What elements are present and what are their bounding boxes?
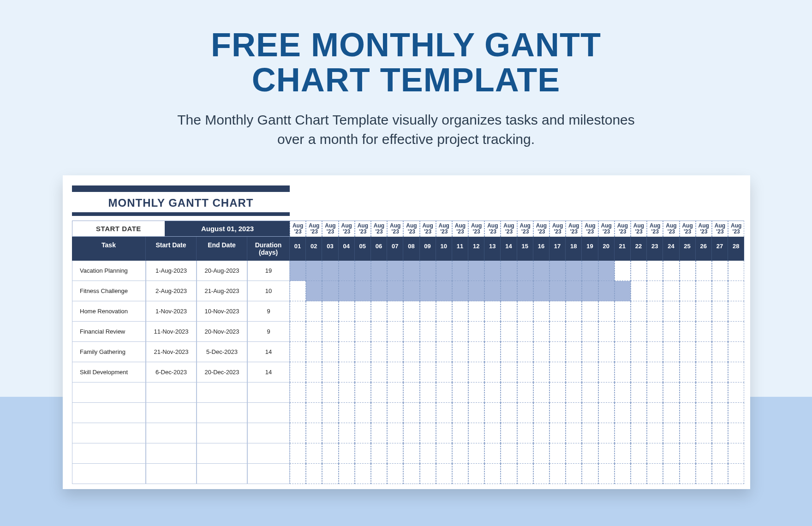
gantt-cell <box>452 403 468 423</box>
gantt-cell <box>631 423 647 443</box>
gantt-cell <box>696 423 712 443</box>
gantt-cell <box>696 261 712 281</box>
gantt-cell <box>517 322 533 342</box>
gantt-cell <box>598 383 615 403</box>
gantt-cell <box>371 464 387 484</box>
gantt-cell <box>566 464 582 484</box>
cell-duration <box>247 464 290 484</box>
gantt-bar-cell <box>501 281 517 301</box>
cell-start <box>146 403 197 423</box>
month-cell: Aug'23 <box>647 221 663 237</box>
gantt-cell <box>339 423 355 443</box>
gantt-cell <box>631 342 647 362</box>
gantt-cell <box>306 443 322 464</box>
title-line-1: FREE MONTHLY GANTT <box>211 26 601 63</box>
gantt-cell <box>387 301 403 322</box>
left-cells: Vacation Planning1-Aug-202320-Aug-202319 <box>72 261 290 281</box>
gantt-cell <box>712 342 728 362</box>
gantt-cell <box>387 342 403 362</box>
cell-end <box>197 423 247 443</box>
gantt-cell <box>501 383 517 403</box>
gantt-cell <box>436 403 452 423</box>
gantt-cell <box>728 403 744 423</box>
gantt-cell <box>436 443 452 464</box>
cell-duration <box>247 383 290 403</box>
gantt-cell <box>598 342 615 362</box>
month-cell: Aug'23 <box>306 221 322 237</box>
cell-start: 6-Dec-2023 <box>146 362 197 383</box>
gantt-bar-cell <box>582 261 598 281</box>
gantt-cell <box>306 383 322 403</box>
stripe-bottom <box>72 212 290 216</box>
gantt-cell <box>290 464 306 484</box>
gantt-bar-cell <box>533 261 549 281</box>
cell-end: 20-Dec-2023 <box>197 362 247 383</box>
gantt-cell <box>452 443 468 464</box>
day-header: 01 <box>290 237 306 261</box>
gantt-cell <box>728 301 744 322</box>
month-cell: Aug'23 <box>420 221 436 237</box>
day-header: 26 <box>696 237 712 261</box>
gantt-cell <box>712 464 728 484</box>
gantt-cell <box>403 322 419 342</box>
cell-task <box>72 443 146 464</box>
gantt-cell <box>680 423 696 443</box>
month-cell: Aug'23 <box>696 221 712 237</box>
gantt-month-row: START DATE August 01, 2023 Aug'23Aug'23A… <box>72 221 745 237</box>
gantt-cell <box>517 383 533 403</box>
gantt-cell <box>566 322 582 342</box>
gantt-cell <box>339 403 355 423</box>
left-cells <box>72 383 290 403</box>
gantt-cell <box>306 362 322 383</box>
subtitle-line-1: The Monthly Gantt Chart Template visuall… <box>177 112 635 127</box>
gantt-bar-cell <box>420 261 436 281</box>
gantt-cell <box>517 423 533 443</box>
gantt-bar-cell <box>322 261 338 281</box>
gantt-cell <box>582 464 598 484</box>
gantt-cell <box>647 281 663 301</box>
gantt-cell <box>290 362 306 383</box>
gantt-cell <box>582 443 598 464</box>
gantt-cell <box>371 322 387 342</box>
gantt-cell <box>696 443 712 464</box>
gantt-bar-cell <box>549 261 566 281</box>
gantt-cell <box>517 443 533 464</box>
gantt-cell <box>615 322 631 342</box>
gantt-cell <box>712 261 728 281</box>
gantt-cell <box>728 383 744 403</box>
gantt-cell <box>290 443 306 464</box>
page-subtitle: The Monthly Gantt Chart Template visuall… <box>0 110 812 149</box>
gantt-cell <box>290 281 306 301</box>
gantt-cell <box>615 403 631 423</box>
gantt-cell <box>728 342 744 362</box>
gantt-cell <box>403 464 419 484</box>
gantt-cell <box>647 322 663 342</box>
gantt-bar-cell <box>598 261 615 281</box>
day-header: 20 <box>598 237 615 261</box>
gantt-cell <box>598 423 615 443</box>
gantt-cell <box>484 301 501 322</box>
cell-duration: 19 <box>247 261 290 281</box>
left-headers: Task Start Date End Date Duration (days) <box>72 237 290 261</box>
gantt-cell <box>566 403 582 423</box>
gantt-cell <box>566 342 582 362</box>
gantt-cell <box>549 383 566 403</box>
month-cell: Aug'23 <box>355 221 371 237</box>
gantt-cell <box>615 362 631 383</box>
gantt-cell <box>647 362 663 383</box>
gantt-cell <box>517 301 533 322</box>
start-date-label: START DATE <box>72 221 165 236</box>
gantt-bar-cell <box>484 261 501 281</box>
day-header: 17 <box>549 237 566 261</box>
left-cells <box>72 443 290 464</box>
gantt-bar-cell <box>549 281 566 301</box>
gantt-cell <box>647 423 663 443</box>
table-row <box>72 423 745 443</box>
gantt-bar-cell <box>371 261 387 281</box>
gantt-cell <box>680 403 696 423</box>
cell-duration: 9 <box>247 301 290 322</box>
gantt-cell <box>387 362 403 383</box>
gantt-cell <box>355 383 371 403</box>
gantt-cell <box>696 383 712 403</box>
gantt-cell <box>728 362 744 383</box>
